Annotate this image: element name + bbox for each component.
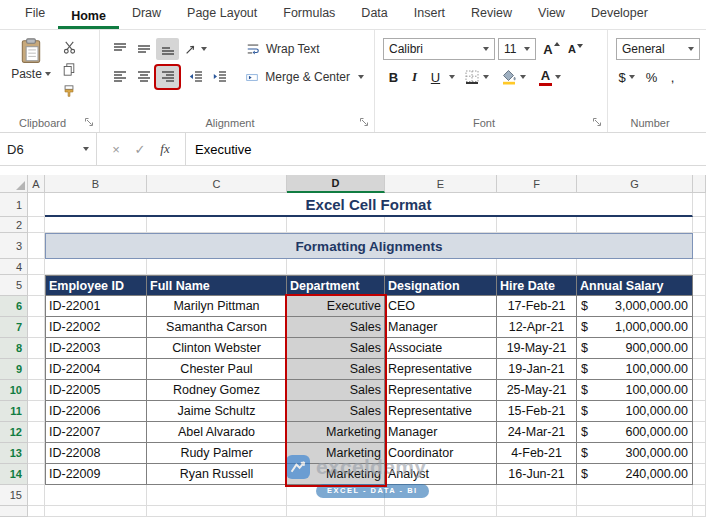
- cell-C12[interactable]: Abel Alvarado: [147, 422, 287, 443]
- bold-button[interactable]: B: [383, 66, 404, 88]
- cell-G14[interactable]: $240,000.00: [577, 464, 693, 485]
- number-format-select[interactable]: General: [616, 38, 700, 60]
- row-header-7[interactable]: 7: [0, 317, 28, 338]
- cell-F13[interactable]: 4-Feb-21: [497, 443, 577, 464]
- cell-D10[interactable]: Sales: [287, 380, 385, 401]
- cell-A11[interactable]: [28, 401, 45, 422]
- cell-B14[interactable]: ID-22009: [45, 464, 147, 485]
- column-header-G[interactable]: G: [577, 175, 693, 193]
- cell-H5[interactable]: [693, 275, 706, 296]
- column-header-F[interactable]: F: [497, 175, 577, 193]
- merge-center-button[interactable]: Merge & Center: [240, 66, 368, 88]
- cell-H12[interactable]: [693, 422, 706, 443]
- table-header-full-name[interactable]: Full Name: [147, 275, 287, 296]
- cell-G7[interactable]: $1,000,000.00: [577, 317, 693, 338]
- cell-H6[interactable]: [693, 296, 706, 317]
- column-header-D[interactable]: D: [287, 175, 385, 193]
- cell-A16[interactable]: [28, 506, 45, 517]
- sheet-title-cell[interactable]: Excel Cell Format: [45, 193, 693, 217]
- cell-F4[interactable]: [497, 259, 577, 275]
- cell-B9[interactable]: ID-22004: [45, 359, 147, 380]
- cell-F11[interactable]: 15-Feb-21: [497, 401, 577, 422]
- cell-E7[interactable]: Manager: [385, 317, 497, 338]
- row-header-2[interactable]: 2: [0, 217, 28, 233]
- cell-C16[interactable]: [147, 506, 287, 517]
- increase-font-size-button[interactable]: A: [540, 38, 563, 60]
- cell-G6[interactable]: $3,000,000.00: [577, 296, 693, 317]
- row-header-9[interactable]: 9: [0, 359, 28, 380]
- align-middle-button[interactable]: [132, 38, 155, 60]
- cell-B6[interactable]: ID-22001: [45, 296, 147, 317]
- cell-G9[interactable]: $100,000.00: [577, 359, 693, 380]
- accounting-format-button[interactable]: $: [616, 66, 637, 88]
- clipboard-dialog-launcher[interactable]: [84, 117, 95, 128]
- cell-H16[interactable]: [693, 506, 706, 517]
- select-all-corner[interactable]: [0, 175, 28, 193]
- cell-A10[interactable]: [28, 380, 45, 401]
- cell-B11[interactable]: ID-22006: [45, 401, 147, 422]
- cell-F9[interactable]: 19-Jan-21: [497, 359, 577, 380]
- cell-A5[interactable]: [28, 275, 45, 296]
- column-header-B[interactable]: B: [45, 175, 147, 193]
- column-header-partial[interactable]: [693, 175, 706, 193]
- cell-F14[interactable]: 16-Jun-21: [497, 464, 577, 485]
- column-header-C[interactable]: C: [147, 175, 287, 193]
- alignment-dialog-launcher[interactable]: [359, 117, 370, 128]
- cell-H11[interactable]: [693, 401, 706, 422]
- cell-H15[interactable]: [693, 485, 706, 506]
- cell-D6[interactable]: Executive: [287, 296, 385, 317]
- cell-A8[interactable]: [28, 338, 45, 359]
- cell-H1[interactable]: [693, 193, 706, 217]
- increase-indent-button[interactable]: [208, 66, 231, 88]
- align-bottom-button[interactable]: [156, 38, 179, 60]
- font-color-button[interactable]: A: [535, 66, 565, 88]
- name-box[interactable]: D6: [0, 133, 97, 165]
- cell-B7[interactable]: ID-22002: [45, 317, 147, 338]
- table-header-hire-date[interactable]: Hire Date: [497, 275, 577, 296]
- align-right-button[interactable]: [156, 66, 179, 88]
- cell-C8[interactable]: Clinton Webster: [147, 338, 287, 359]
- cell-A12[interactable]: [28, 422, 45, 443]
- cell-G8[interactable]: $900,000.00: [577, 338, 693, 359]
- cell-D8[interactable]: Sales: [287, 338, 385, 359]
- cell-A15[interactable]: [28, 485, 45, 506]
- row-header-12[interactable]: 12: [0, 422, 28, 443]
- cut-button[interactable]: [58, 38, 80, 56]
- cell-D11[interactable]: Sales: [287, 401, 385, 422]
- table-header-department[interactable]: Department: [287, 275, 385, 296]
- table-header-employee-id[interactable]: Employee ID: [45, 275, 147, 296]
- underline-dropdown-arrow[interactable]: [449, 75, 455, 79]
- cell-A13[interactable]: [28, 443, 45, 464]
- cell-G15[interactable]: [577, 485, 693, 506]
- percent-style-button[interactable]: %: [641, 66, 662, 88]
- tab-page-layout[interactable]: Page Layout: [174, 0, 270, 29]
- cell-D16[interactable]: [287, 506, 385, 517]
- paste-button[interactable]: Paste: [8, 36, 54, 110]
- font-name-select[interactable]: Calibri: [383, 38, 495, 60]
- cell-E10[interactable]: Representative: [385, 380, 497, 401]
- cell-E11[interactable]: Representative: [385, 401, 497, 422]
- cell-E4[interactable]: [385, 259, 497, 275]
- cell-F8[interactable]: 19-May-21: [497, 338, 577, 359]
- align-center-button[interactable]: [132, 66, 155, 88]
- tab-draw[interactable]: Draw: [119, 0, 174, 29]
- font-size-select[interactable]: 11: [498, 38, 536, 60]
- cell-G16[interactable]: [577, 506, 693, 517]
- fill-color-button[interactable]: [498, 66, 528, 88]
- row-header-5[interactable]: 5: [0, 275, 28, 296]
- cell-C4[interactable]: [147, 259, 287, 275]
- cell-E16[interactable]: [385, 506, 497, 517]
- cell-A7[interactable]: [28, 317, 45, 338]
- tab-file[interactable]: File: [12, 0, 58, 29]
- copy-button[interactable]: [58, 60, 80, 78]
- cell-F2[interactable]: [497, 217, 577, 233]
- cell-G10[interactable]: $100,000.00: [577, 380, 693, 401]
- cell-C14[interactable]: Ryan Russell: [147, 464, 287, 485]
- row-header-10[interactable]: 10: [0, 380, 28, 401]
- cell-G12[interactable]: $600,000.00: [577, 422, 693, 443]
- cell-C10[interactable]: Rodney Gomez: [147, 380, 287, 401]
- tab-formulas[interactable]: Formulas: [270, 0, 348, 29]
- cell-G11[interactable]: $100,000.00: [577, 401, 693, 422]
- cell-A3[interactable]: [28, 233, 45, 259]
- sheet-subtitle-cell[interactable]: Formatting Alignments: [45, 233, 693, 259]
